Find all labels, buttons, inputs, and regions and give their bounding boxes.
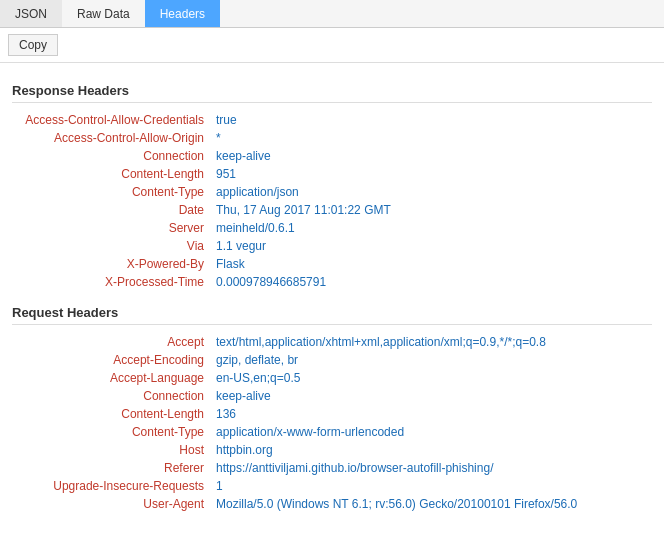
- header-key: Date: [12, 201, 212, 219]
- tab-headers[interactable]: Headers: [145, 0, 220, 27]
- header-key: User-Agent: [12, 495, 212, 513]
- header-value: 1.1 vegur: [212, 237, 652, 255]
- response-headers-table: Access-Control-Allow-CredentialstrueAcce…: [12, 111, 652, 291]
- header-key: Accept-Encoding: [12, 351, 212, 369]
- header-key: Access-Control-Allow-Origin: [12, 129, 212, 147]
- header-value: keep-alive: [212, 387, 652, 405]
- response-headers-title: Response Headers: [12, 83, 652, 103]
- table-row: Upgrade-Insecure-Requests1: [12, 477, 652, 495]
- table-row: Via1.1 vegur: [12, 237, 652, 255]
- copy-button[interactable]: Copy: [8, 34, 58, 56]
- table-row: Accept-Languageen-US,en;q=0.5: [12, 369, 652, 387]
- header-key: Host: [12, 441, 212, 459]
- table-row: Content-Typeapplication/x-www-form-urlen…: [12, 423, 652, 441]
- table-row: Connectionkeep-alive: [12, 147, 652, 165]
- header-key: Content-Length: [12, 165, 212, 183]
- header-value: true: [212, 111, 652, 129]
- header-key: Server: [12, 219, 212, 237]
- headers-content: Response Headers Access-Control-Allow-Cr…: [0, 63, 664, 554]
- header-key: Connection: [12, 147, 212, 165]
- header-value: application/json: [212, 183, 652, 201]
- header-key: Content-Type: [12, 423, 212, 441]
- table-row: Accept-Encodinggzip, deflate, br: [12, 351, 652, 369]
- copy-bar: Copy: [0, 28, 664, 63]
- request-headers-title: Request Headers: [12, 305, 652, 325]
- header-value: en-US,en;q=0.5: [212, 369, 652, 387]
- header-value: https://anttiviljami.github.io/browser-a…: [212, 459, 652, 477]
- table-row: Hosthttpbin.org: [12, 441, 652, 459]
- table-row: Access-Control-Allow-Origin*: [12, 129, 652, 147]
- table-row: Servermeinheld/0.6.1: [12, 219, 652, 237]
- header-key: Via: [12, 237, 212, 255]
- table-row: Refererhttps://anttiviljami.github.io/br…: [12, 459, 652, 477]
- header-key: Accept: [12, 333, 212, 351]
- header-value: 0.000978946685791: [212, 273, 652, 291]
- tab-json[interactable]: JSON: [0, 0, 62, 27]
- header-value: application/x-www-form-urlencoded: [212, 423, 652, 441]
- header-key: X-Processed-Time: [12, 273, 212, 291]
- header-key: Content-Length: [12, 405, 212, 423]
- header-key: Content-Type: [12, 183, 212, 201]
- table-row: Connectionkeep-alive: [12, 387, 652, 405]
- header-key: Referer: [12, 459, 212, 477]
- request-headers-table: Accepttext/html,application/xhtml+xml,ap…: [12, 333, 652, 513]
- table-row: User-AgentMozilla/5.0 (Windows NT 6.1; r…: [12, 495, 652, 513]
- header-value: Thu, 17 Aug 2017 11:01:22 GMT: [212, 201, 652, 219]
- table-row: X-Powered-ByFlask: [12, 255, 652, 273]
- header-value: *: [212, 129, 652, 147]
- header-key: X-Powered-By: [12, 255, 212, 273]
- header-value: gzip, deflate, br: [212, 351, 652, 369]
- header-value: 1: [212, 477, 652, 495]
- header-key: Accept-Language: [12, 369, 212, 387]
- table-row: Accepttext/html,application/xhtml+xml,ap…: [12, 333, 652, 351]
- header-value: 136: [212, 405, 652, 423]
- header-value: Flask: [212, 255, 652, 273]
- header-key: Access-Control-Allow-Credentials: [12, 111, 212, 129]
- header-value: text/html,application/xhtml+xml,applicat…: [212, 333, 652, 351]
- header-value: meinheld/0.6.1: [212, 219, 652, 237]
- table-row: X-Processed-Time0.000978946685791: [12, 273, 652, 291]
- header-value: 951: [212, 165, 652, 183]
- table-row: Content-Typeapplication/json: [12, 183, 652, 201]
- table-row: Content-Length951: [12, 165, 652, 183]
- tab-bar: JSON Raw Data Headers: [0, 0, 664, 28]
- header-value: keep-alive: [212, 147, 652, 165]
- table-row: DateThu, 17 Aug 2017 11:01:22 GMT: [12, 201, 652, 219]
- table-row: Access-Control-Allow-Credentialstrue: [12, 111, 652, 129]
- header-key: Connection: [12, 387, 212, 405]
- table-row: Content-Length136: [12, 405, 652, 423]
- header-value: Mozilla/5.0 (Windows NT 6.1; rv:56.0) Ge…: [212, 495, 652, 513]
- header-value: httpbin.org: [212, 441, 652, 459]
- tab-rawdata[interactable]: Raw Data: [62, 0, 145, 27]
- header-key: Upgrade-Insecure-Requests: [12, 477, 212, 495]
